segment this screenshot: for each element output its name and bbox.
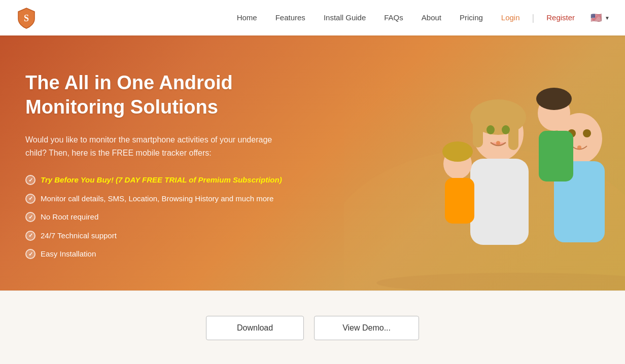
hero-section: The All in One Android Monitoring Soluti… — [0, 35, 625, 290]
navbar: S Home Features Install Guide FAQs About… — [0, 0, 625, 35]
nav-link-install-guide[interactable]: Install Guide — [317, 10, 373, 25]
svg-point-12 — [502, 125, 510, 134]
feature-highlight-trial: Try Before You Buy! (7 DAY FREE TRIAL of… — [41, 175, 282, 184]
nav-item-features[interactable]: Features — [268, 13, 312, 22]
nav-link-register[interactable]: Register — [539, 10, 582, 25]
family-illustration — [344, 57, 625, 290]
svg-rect-8 — [473, 117, 483, 148]
cta-buttons: Download View Demo... — [206, 316, 419, 340]
feature-text-support: 24/7 Technical support — [41, 230, 117, 242]
nav-links: Home Features Install Guide FAQs About P… — [230, 13, 610, 23]
svg-point-21 — [577, 145, 581, 150]
nav-item-pricing[interactable]: Pricing — [453, 13, 490, 22]
nav-link-login[interactable]: Login — [494, 10, 527, 25]
svg-rect-17 — [445, 178, 474, 224]
lower-section: Download View Demo... — [0, 290, 625, 364]
svg-rect-10 — [470, 159, 529, 245]
svg-rect-9 — [508, 117, 518, 150]
check-icon-2 — [25, 194, 36, 204]
demo-button[interactable]: View Demo... — [314, 316, 419, 340]
nav-register[interactable]: Register — [539, 13, 582, 22]
lang-selector[interactable]: 🇺🇸 ▼ — [586, 14, 610, 22]
hero-content: The All in One Android Monitoring Soluti… — [0, 35, 344, 290]
nav-item-install-guide[interactable]: Install Guide — [317, 13, 373, 22]
check-icon-5 — [25, 249, 36, 259]
feature-item-no-root: No Root required — [25, 211, 319, 223]
feature-text-trial: Try Before You Buy! (7 DAY FREE TRIAL of… — [41, 174, 282, 186]
nav-divider: | — [532, 13, 535, 23]
flag-icon: 🇺🇸 — [590, 14, 602, 22]
feature-text-monitor: Monitor call details, SMS, Location, Bro… — [41, 193, 273, 205]
nav-link-features[interactable]: Features — [268, 10, 312, 25]
feature-item-support: 24/7 Technical support — [25, 230, 319, 242]
svg-point-18 — [442, 141, 473, 162]
chevron-down-icon: ▼ — [605, 15, 610, 21]
feature-item-trial: Try Before You Buy! (7 DAY FREE TRIAL of… — [25, 174, 319, 186]
svg-point-11 — [487, 125, 495, 134]
nav-link-pricing[interactable]: Pricing — [453, 10, 490, 25]
hero-image-area — [344, 35, 625, 290]
nav-login[interactable]: Login — [494, 13, 527, 22]
check-icon-4 — [25, 231, 36, 241]
nav-link-faqs[interactable]: FAQs — [377, 10, 410, 25]
feature-text-install: Easy Installation — [41, 248, 96, 260]
feature-text-no-root: No Root required — [41, 211, 98, 223]
nav-link-about[interactable]: About — [414, 10, 448, 25]
check-icon-3 — [25, 212, 36, 222]
logo[interactable]: S — [15, 7, 38, 29]
hero-features-list: Try Before You Buy! (7 DAY FREE TRIAL of… — [25, 174, 319, 260]
hero-subtitle: Would you like to monitor the smartphone… — [25, 133, 279, 159]
nav-link-home[interactable]: Home — [230, 10, 264, 25]
nav-item-faqs[interactable]: FAQs — [377, 13, 410, 22]
svg-point-5 — [583, 129, 591, 137]
svg-point-15 — [536, 88, 572, 110]
svg-point-20 — [496, 141, 500, 145]
nav-item-about[interactable]: About — [414, 13, 448, 22]
download-button[interactable]: Download — [206, 316, 304, 340]
feature-item-monitor: Monitor call details, SMS, Location, Bro… — [25, 193, 319, 205]
hero-title: The All in One Android Monitoring Soluti… — [25, 71, 319, 119]
svg-rect-14 — [539, 131, 573, 181]
nav-item-home[interactable]: Home — [230, 13, 264, 22]
svg-text:S: S — [24, 13, 29, 23]
check-icon-1 — [25, 175, 36, 185]
feature-item-install: Easy Installation — [25, 248, 319, 260]
